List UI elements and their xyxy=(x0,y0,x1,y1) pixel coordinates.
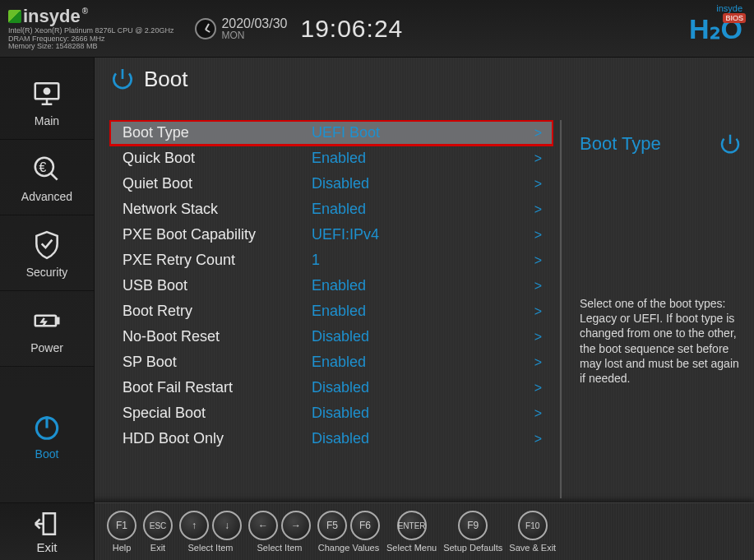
nav-item-main[interactable]: Main xyxy=(0,64,94,140)
key-label: Select Item xyxy=(187,543,233,553)
setting-row[interactable]: PXE Retry Count1> xyxy=(109,248,553,273)
setting-row[interactable]: Special BootDisabled> xyxy=(109,400,553,426)
setting-row[interactable]: HDD Boot OnlyDisabled> xyxy=(109,426,553,451)
brand-block: insyde ® Intel(R) Xeon(R) Platinum 8276L… xyxy=(8,6,173,52)
nav-label: Security xyxy=(26,266,68,279)
svg-point-1 xyxy=(44,88,49,93)
clock-time: 19:06:24 xyxy=(300,15,403,43)
setting-label: No-Boot Reset xyxy=(123,328,312,345)
chevron-right-icon: > xyxy=(534,355,542,370)
setting-label: PXE Retry Count xyxy=(123,252,312,269)
nav-item-power[interactable]: Power xyxy=(0,291,94,367)
svg-text:€: € xyxy=(39,160,47,174)
key-cap: ENTER xyxy=(397,511,427,540)
date: 2020/03/30 xyxy=(221,17,287,30)
help-description: Select one of the boot types: Legacy or … xyxy=(580,296,742,386)
setting-value: Enabled xyxy=(312,150,534,167)
footer-key-group[interactable]: F5F6Change Values xyxy=(317,511,380,553)
chevron-right-icon: > xyxy=(534,330,542,345)
key-cap: F10 xyxy=(518,511,548,540)
key-cap: ESC xyxy=(143,511,173,540)
setting-value: Disabled xyxy=(312,379,534,396)
nav-label: Power xyxy=(30,341,63,354)
power-icon xyxy=(109,66,136,92)
brand-mark-icon xyxy=(8,10,21,23)
setting-row[interactable]: Boot RetryEnabled> xyxy=(109,299,553,324)
nav-label: Main xyxy=(35,114,59,127)
chevron-right-icon: > xyxy=(534,228,542,243)
setting-row[interactable]: Boot Fail RestartDisabled> xyxy=(109,375,553,400)
registered-icon: ® xyxy=(82,7,88,16)
setting-value: Enabled xyxy=(312,354,534,371)
settings-list[interactable]: Boot TypeUEFI Boot>Quick BootEnabled>Qui… xyxy=(109,120,553,498)
setting-value: Enabled xyxy=(312,303,534,320)
brand-name: insyde xyxy=(23,6,81,27)
key-label: Select Menu xyxy=(386,543,437,553)
brand-logo: insyde ® xyxy=(8,6,173,27)
main-panel: Boot Boot TypeUEFI Boot>Quick BootEnable… xyxy=(95,58,754,502)
setting-label: HDD Boot Only xyxy=(123,430,312,447)
setting-value: Enabled xyxy=(312,277,534,294)
key-cap: → xyxy=(281,511,311,540)
footer-key-group[interactable]: ENTERSelect Menu xyxy=(386,511,437,553)
setting-row[interactable]: SP BootEnabled> xyxy=(109,349,553,375)
mem-line: Memory Size: 1548288 MB xyxy=(8,43,173,51)
footer-key-group[interactable]: F10Save & Exit xyxy=(509,511,556,553)
nav-item-security[interactable]: Security xyxy=(0,215,94,291)
power-icon[interactable] xyxy=(718,132,742,156)
setting-label: Network Stack xyxy=(123,201,312,218)
setting-label: Boot Retry xyxy=(123,303,312,320)
setting-row[interactable]: USB BootEnabled> xyxy=(109,273,553,299)
nav-item-advanced[interactable]: € Advanced xyxy=(0,140,94,215)
chevron-right-icon: > xyxy=(534,406,542,421)
setting-label: USB Boot xyxy=(123,277,312,294)
chevron-right-icon: > xyxy=(534,253,542,268)
monitor-icon xyxy=(30,76,64,111)
setting-value: 1 xyxy=(312,252,534,269)
footer-key-group[interactable]: F1Help xyxy=(107,511,136,553)
footer-key-group[interactable]: ←→Select Item xyxy=(248,511,311,553)
setting-label: Boot Type xyxy=(123,124,312,141)
chevron-right-icon: > xyxy=(534,279,542,294)
key-cap: F5 xyxy=(317,511,347,540)
key-cap: ← xyxy=(248,511,278,540)
setting-row[interactable]: Boot TypeUEFI Boot> xyxy=(109,120,553,146)
shield-icon xyxy=(30,228,64,262)
header-bar: insyde ® Intel(R) Xeon(R) Platinum 8276L… xyxy=(0,0,754,58)
key-label: Help xyxy=(113,543,132,553)
footer-key-group[interactable]: F9Setup Defaults xyxy=(443,511,502,553)
svg-rect-4 xyxy=(35,315,56,326)
h2o-small: insyde xyxy=(716,3,742,13)
setting-value: Disabled xyxy=(312,405,534,422)
nav-label: Exit xyxy=(36,540,57,554)
footer-key-group[interactable]: ↑↓Select Item xyxy=(179,511,242,553)
setting-row[interactable]: Quiet BootDisabled> xyxy=(109,171,553,197)
h2o-bios-badge: BIOS xyxy=(723,13,746,23)
setting-row[interactable]: PXE Boot CapabilityUEFI:IPv4> xyxy=(109,222,553,248)
help-panel: Boot Type Select one of the boot types: … xyxy=(560,120,754,498)
footer-keys: F1HelpESCExit↑↓Select Item←→Select ItemF… xyxy=(0,502,754,560)
setting-row[interactable]: Quick BootEnabled> xyxy=(109,146,553,171)
nav-item-boot[interactable]: Boot xyxy=(0,367,94,502)
key-label: Save & Exit xyxy=(509,543,556,553)
nav-item-exit[interactable]: Exit xyxy=(0,502,95,560)
setting-label: Quiet Boot xyxy=(123,175,312,192)
setting-value: Disabled xyxy=(312,175,534,192)
clock-block: 2020/03/30 MON 19:06:24 xyxy=(195,15,403,43)
magnifier-euro-icon: € xyxy=(30,152,64,187)
exit-door-icon xyxy=(33,510,61,540)
setting-row[interactable]: No-Boot ResetDisabled> xyxy=(109,324,553,349)
setting-label: PXE Boot Capability xyxy=(123,226,312,243)
footer-key-group[interactable]: ESCExit xyxy=(143,511,173,553)
nav-label: Advanced xyxy=(21,190,72,203)
chevron-right-icon: > xyxy=(534,177,542,192)
key-cap: F9 xyxy=(458,511,488,540)
key-cap: ↓ xyxy=(212,511,242,540)
page-header: Boot xyxy=(109,66,188,92)
chevron-right-icon: > xyxy=(534,151,542,166)
sysinfo: Intel(R) Xeon(R) Platinum 8276L CPU @ 2.… xyxy=(8,27,173,52)
key-label: Select Item xyxy=(257,543,302,553)
setting-row[interactable]: Network StackEnabled> xyxy=(109,197,553,222)
svg-rect-5 xyxy=(56,317,58,322)
clock-icon xyxy=(195,18,216,39)
